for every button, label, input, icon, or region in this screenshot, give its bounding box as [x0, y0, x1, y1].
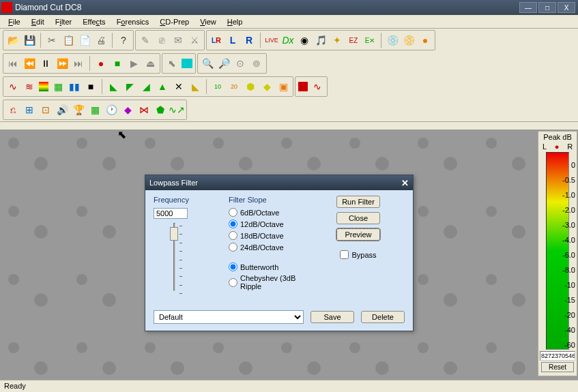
- lr-icon[interactable]: LR: [209, 33, 223, 47]
- copy-icon[interactable]: 📋: [61, 33, 75, 47]
- forward-icon[interactable]: ⏩: [55, 57, 69, 70]
- menu-view[interactable]: View: [194, 16, 222, 27]
- orange-sq-icon[interactable]: ▣: [276, 80, 290, 93]
- bypass-checkbox[interactable]: Bypass: [340, 250, 376, 259]
- cut-icon[interactable]: ✂: [45, 33, 59, 47]
- spectrum1-icon[interactable]: [39, 82, 48, 91]
- green-grid-icon[interactable]: ▦: [88, 103, 102, 117]
- cd-icon[interactable]: 💿: [386, 33, 399, 47]
- live-icon[interactable]: LIVE: [265, 33, 278, 47]
- menu-effects[interactable]: Effects: [77, 16, 111, 27]
- dialog-titlebar[interactable]: Lowpass Filter ✕: [145, 175, 413, 190]
- dvd-icon[interactable]: 📀: [402, 33, 416, 47]
- wave2-icon[interactable]: ≋: [23, 80, 36, 93]
- print-icon[interactable]: 🖨: [94, 33, 108, 47]
- red-sq-icon[interactable]: [298, 82, 308, 91]
- maximize-button[interactable]: □: [538, 2, 556, 13]
- ez-icon[interactable]: EZ: [347, 33, 360, 47]
- circle-icon[interactable]: ◉: [298, 33, 311, 47]
- tri4-icon[interactable]: ▲: [156, 80, 169, 93]
- zoom-fit-icon[interactable]: ⊙: [233, 57, 247, 70]
- delete-button[interactable]: Delete: [361, 311, 405, 323]
- menu-forensics[interactable]: Forensics: [111, 16, 155, 27]
- slider-thumb[interactable]: [170, 227, 178, 241]
- brush-icon[interactable]: ⎚: [155, 33, 169, 47]
- clock-icon[interactable]: 🕐: [104, 103, 118, 117]
- slope-6db[interactable]: 6dB/Octave: [229, 208, 317, 217]
- slope-18db[interactable]: 18dB/Octave: [229, 231, 317, 240]
- menu-filter[interactable]: Filter: [50, 16, 77, 27]
- envelope-icon[interactable]: ✉: [171, 33, 185, 47]
- pause-icon[interactable]: ⏸: [39, 57, 53, 70]
- pencil-icon[interactable]: ✎: [139, 33, 152, 47]
- slope-24db[interactable]: 24dB/Octave: [229, 243, 317, 252]
- wave1-icon[interactable]: ∿: [6, 80, 20, 93]
- grid1-icon[interactable]: ▦: [51, 80, 65, 93]
- n20-icon[interactable]: 20: [227, 80, 241, 93]
- n10-icon[interactable]: 10: [211, 80, 225, 93]
- fx3-icon[interactable]: ⊡: [39, 103, 53, 117]
- cursor-select-icon[interactable]: ⬉: [165, 57, 179, 70]
- speaker-icon[interactable]: 🔊: [55, 103, 69, 117]
- frequency-slider[interactable]: [154, 223, 194, 298]
- yellow1-icon[interactable]: ⬢: [244, 80, 257, 93]
- tri1-icon[interactable]: ◣: [106, 80, 120, 93]
- paste-icon[interactable]: 📄: [78, 33, 91, 47]
- close-button[interactable]: Close: [336, 212, 380, 224]
- frequency-input[interactable]: [154, 208, 188, 219]
- zoom-in-icon[interactable]: 🔍: [201, 57, 214, 70]
- music-icon[interactable]: 🎵: [314, 33, 328, 47]
- fx2-icon[interactable]: ⊞: [23, 103, 36, 117]
- record-icon[interactable]: ●: [94, 57, 108, 70]
- preview-button[interactable]: Preview: [336, 228, 380, 241]
- tri2-icon[interactable]: ◤: [123, 80, 136, 93]
- dx-icon[interactable]: Dx: [281, 33, 295, 47]
- eject-icon[interactable]: ⏏: [143, 57, 157, 70]
- bowtie-icon[interactable]: ⋈: [137, 103, 151, 117]
- rewind-icon[interactable]: ⏪: [23, 57, 36, 70]
- zoom-out-icon[interactable]: 🔎: [217, 57, 231, 70]
- tri3-icon[interactable]: ◢: [139, 80, 153, 93]
- region-icon[interactable]: [182, 59, 192, 68]
- skip-end-icon[interactable]: ⏭: [72, 57, 85, 70]
- black-icon[interactable]: ■: [84, 80, 98, 93]
- menu-help[interactable]: Help: [222, 16, 248, 27]
- save-button[interactable]: Save: [310, 311, 354, 323]
- sine-icon[interactable]: ∿: [310, 80, 324, 93]
- bars-icon[interactable]: ▮▮: [68, 80, 81, 93]
- scalpel-icon[interactable]: ⚔: [188, 33, 201, 47]
- zoom-sel-icon[interactable]: ⊚: [250, 57, 263, 70]
- close-button[interactable]: X: [558, 2, 575, 13]
- menu-edit[interactable]: Edit: [26, 16, 50, 27]
- skip-start-icon[interactable]: ⏮: [6, 57, 20, 70]
- fx1-icon[interactable]: ⎌: [6, 103, 20, 117]
- tri5-icon[interactable]: ◣: [188, 80, 202, 93]
- ex-icon[interactable]: E✕: [363, 33, 377, 47]
- menu-cdprep[interactable]: CD-Prep: [154, 16, 194, 27]
- cup-icon[interactable]: 🏆: [72, 103, 85, 117]
- l-icon[interactable]: L: [226, 33, 240, 47]
- open-icon[interactable]: 📂: [6, 33, 20, 47]
- app-icon: [1, 2, 12, 13]
- purple-icon[interactable]: ◆: [121, 103, 134, 117]
- type-chebyshev[interactable]: Chebyshev (3dB Ripple: [229, 274, 317, 290]
- slope-12db[interactable]: 12dB/Octave: [229, 220, 317, 228]
- yellow2-icon[interactable]: ◆: [260, 80, 274, 93]
- meter-reset-button[interactable]: Reset: [541, 362, 574, 372]
- minimize-button[interactable]: —: [519, 2, 537, 13]
- r-icon[interactable]: R: [242, 33, 256, 47]
- sparkle-icon[interactable]: ✦: [330, 33, 344, 47]
- stop-icon[interactable]: ■: [111, 57, 124, 70]
- wave-green-icon[interactable]: ∿↗: [170, 103, 184, 117]
- x-icon[interactable]: ✕: [172, 80, 186, 93]
- bell-icon[interactable]: ⬟: [154, 103, 167, 117]
- save-icon[interactable]: 💾: [23, 33, 36, 47]
- preset-select[interactable]: Default: [154, 310, 304, 324]
- run-filter-button[interactable]: Run Filter: [336, 196, 380, 208]
- orange-disc-icon[interactable]: ●: [418, 33, 432, 47]
- play-icon[interactable]: ▶: [127, 57, 141, 70]
- help-icon[interactable]: ?: [117, 33, 130, 47]
- type-butterworth[interactable]: Butterworth: [229, 262, 317, 271]
- dialog-close-icon[interactable]: ✕: [401, 178, 409, 188]
- menu-file[interactable]: File: [3, 16, 26, 27]
